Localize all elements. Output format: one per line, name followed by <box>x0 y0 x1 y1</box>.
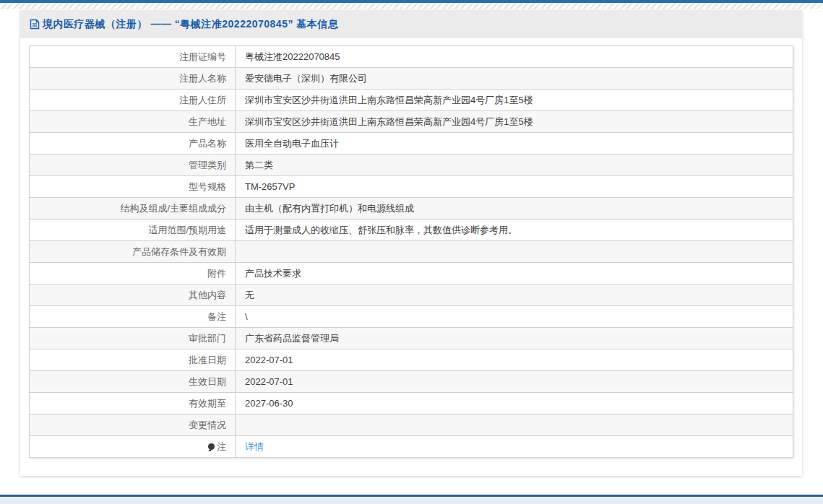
table-row: 附件产品技术要求 <box>30 263 793 284</box>
row-value: 广东省药品监督管理局 <box>236 328 793 349</box>
table-row: 注册人住所深圳市宝安区沙井街道洪田上南东路恒昌荣高新产业园4号厂房1至5楼 <box>30 90 793 111</box>
page-title: 境内医疗器械（注册） —— “粤械注准20222070845” 基本信息 <box>43 18 338 31</box>
table-row: 适用范围/预期用途适用于测量成人的收缩压、舒张压和脉率，其数值供诊断参考用。 <box>30 220 793 241</box>
diagonal-stripes-band <box>0 3 823 9</box>
row-label: 其他内容 <box>30 284 236 306</box>
registration-info-table: 注册证编号粤械注准20222070845注册人名称爱安德电子（深圳）有限公司注册… <box>29 45 793 458</box>
card-header: 境内医疗器械（注册） —— “粤械注准20222070845” 基本信息 <box>20 10 802 38</box>
row-label: 变更情况 <box>30 414 236 436</box>
table-row: 型号规格TM-2657VP <box>30 176 793 198</box>
table-row: 注详情 <box>30 436 793 458</box>
row-label: 批准日期 <box>30 349 236 371</box>
table-row: 有效期至2027-06-30 <box>30 393 793 414</box>
row-label: 型号规格 <box>30 176 236 198</box>
table-row: 注册人名称爱安德电子（深圳）有限公司 <box>30 68 793 90</box>
row-value <box>236 241 793 263</box>
table-row: 管理类别第二类 <box>30 155 793 176</box>
row-value: 爱安德电子（深圳）有限公司 <box>236 68 793 90</box>
row-label: 产品储存条件及有效期 <box>30 241 236 263</box>
row-label: 备注 <box>30 306 236 328</box>
row-value: 适用于测量成人的收缩压、舒张压和脉率，其数值供诊断参考用。 <box>236 220 793 241</box>
row-value: 2022-07-01 <box>236 371 793 393</box>
row-label: 适用范围/预期用途 <box>30 220 236 241</box>
table-row: 注册证编号粤械注准20222070845 <box>30 46 793 68</box>
row-label: 生产地址 <box>30 111 236 133</box>
row-value: 深圳市宝安区沙井街道洪田上南东路恒昌荣高新产业园4号厂房1至5楼 <box>236 111 793 133</box>
row-value: 深圳市宝安区沙井街道洪田上南东路恒昌荣高新产业园4号厂房1至5楼 <box>236 90 793 111</box>
row-value: \ <box>236 306 793 328</box>
row-label: 生效日期 <box>30 371 236 393</box>
table-row: 产品名称医用全自动电子血压计 <box>30 133 793 155</box>
row-label: 审批部门 <box>30 328 236 349</box>
table-row: 生产地址深圳市宝安区沙井街道洪田上南东路恒昌荣高新产业园4号厂房1至5楼 <box>30 111 793 133</box>
table-row: 结构及组成/主要组成成分由主机（配有内置打印机）和电源线组成 <box>30 198 793 220</box>
table-row: 审批部门广东省药品监督管理局 <box>30 328 793 349</box>
row-value: 2027-06-30 <box>236 393 793 414</box>
note-icon <box>208 443 215 450</box>
table-row: 备注\ <box>30 306 793 328</box>
table-row: 变更情况 <box>30 414 793 436</box>
row-label: 注册人名称 <box>30 68 236 90</box>
row-value: 第二类 <box>236 155 793 176</box>
row-label: 有效期至 <box>30 393 236 414</box>
row-label: 产品名称 <box>30 133 236 155</box>
row-value: 无 <box>236 284 793 306</box>
table-row: 生效日期2022-07-01 <box>30 371 793 393</box>
record-card: 境内医疗器械（注册） —— “粤械注准20222070845” 基本信息 注册证… <box>20 10 802 476</box>
row-value: TM-2657VP <box>236 176 793 198</box>
row-label: 结构及组成/主要组成成分 <box>30 198 236 220</box>
row-value: 医用全自动电子血压计 <box>236 133 793 155</box>
row-value: 详情 <box>236 436 793 458</box>
table-row: 产品储存条件及有效期 <box>30 241 793 263</box>
row-value: 产品技术要求 <box>236 263 793 284</box>
table-row: 其他内容无 <box>30 284 793 306</box>
row-value: 由主机（配有内置打印机）和电源线组成 <box>236 198 793 220</box>
row-value <box>236 414 793 436</box>
row-label: 管理类别 <box>30 155 236 176</box>
row-value: 2022-07-01 <box>236 349 793 371</box>
row-label: 注册证编号 <box>30 46 236 68</box>
footer-bar <box>0 495 823 504</box>
detail-link[interactable]: 详情 <box>245 441 264 452</box>
row-label: 注 <box>30 436 236 458</box>
row-label: 注册人住所 <box>30 90 236 111</box>
document-icon <box>30 19 40 30</box>
row-value: 粤械注准20222070845 <box>236 46 793 68</box>
info-table-body: 注册证编号粤械注准20222070845注册人名称爱安德电子（深圳）有限公司注册… <box>30 46 793 458</box>
row-label: 附件 <box>30 263 236 284</box>
table-row: 批准日期2022-07-01 <box>30 349 793 371</box>
